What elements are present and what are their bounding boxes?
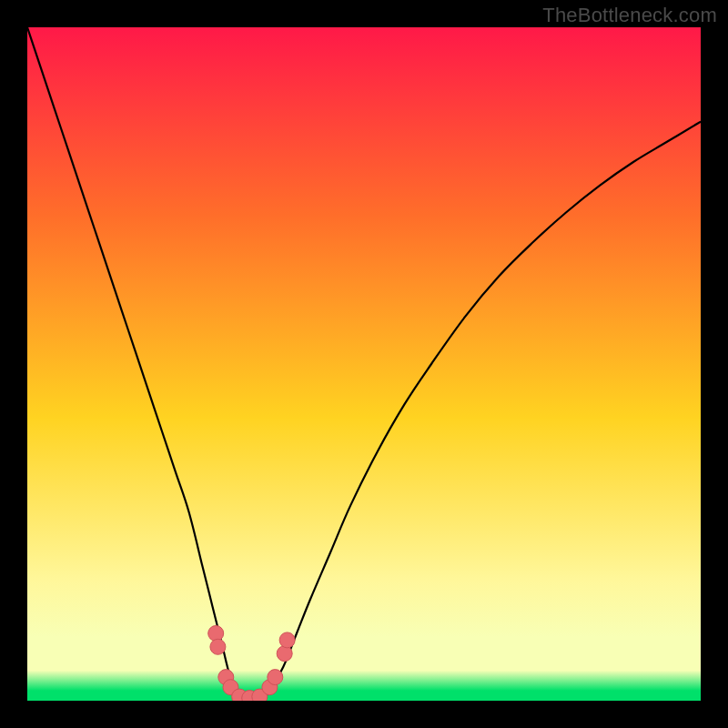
plot-area (27, 27, 701, 701)
watermark-text: TheBottleneck.com (542, 4, 717, 27)
curve-marker (268, 670, 283, 685)
curve-marker (277, 646, 292, 662)
bottleneck-chart (27, 27, 701, 701)
gradient-background (27, 27, 701, 701)
curve-marker (279, 632, 295, 648)
curve-marker (210, 639, 226, 654)
chart-frame: TheBottleneck.com (0, 0, 728, 728)
curve-marker (208, 626, 224, 642)
